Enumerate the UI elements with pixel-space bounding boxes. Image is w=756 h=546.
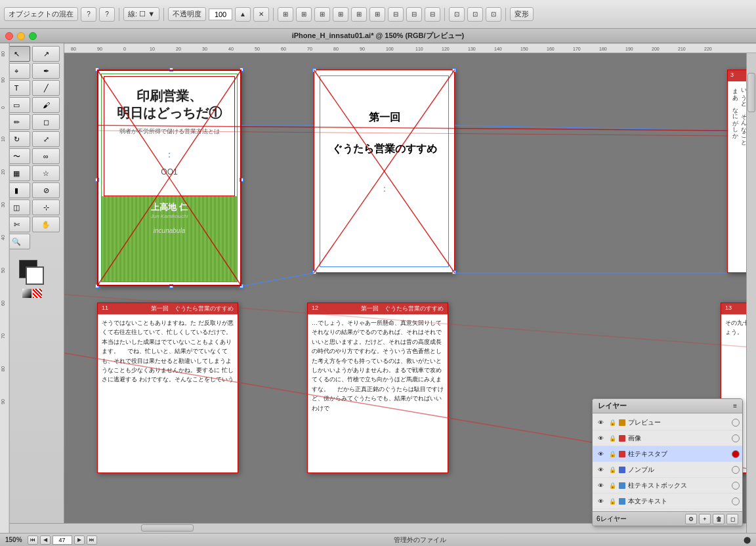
layer-lock-texttab[interactable]: 🔒 [607,449,618,459]
layer-options-btn[interactable]: ⚙ [685,514,697,524]
v-scroll-thumb[interactable] [747,73,755,112]
layer-row-texttab[interactable]: 👁 🔒 柱テキスタブ [593,446,742,462]
svg-text:50: 50 [1,268,5,273]
layer-lock-image[interactable]: 🔒 [607,433,618,444]
layer-eye-preview[interactable]: 👁 [595,417,606,428]
layer-eye-bodytext[interactable]: 👁 [595,496,606,507]
line-tool[interactable]: ╱ [32,80,60,96]
zoom-level: 150% [5,536,22,543]
stroke-selector[interactable]: 線: ☐ ▼ [123,7,159,21]
svg-line-47 [455,125,727,131]
page12-artboard: 12 第一回 ぐうたら営業のすすめ …でしょう。そりゃあ一所懸命、真意矢回りして… [307,303,448,473]
pen-tool[interactable]: ✒ [32,63,60,79]
svg-text:130: 130 [468,47,476,51]
layer-lock-preview[interactable]: 🔒 [607,417,618,428]
none-swatch[interactable] [33,289,42,298]
page2-artboard: 第一回 ぐうたら営業のすすめ ： [314,70,455,273]
blend-mode-selector[interactable]: オブジェクトの混在 [4,7,78,21]
layers-footer-actions: ⚙ + 🗑 ◻ [685,514,738,524]
svg-text:40: 40 [228,47,234,51]
align5-icon[interactable]: ⊞ [351,7,367,22]
opacity-input[interactable] [209,9,232,20]
help-icon[interactable]: ? [81,7,96,22]
cover-author: 上高地 仁 [102,201,237,213]
align2-icon[interactable]: ⊞ [296,7,312,22]
layer-lock-nonburu[interactable]: 🔒 [607,465,618,475]
eraser-tool[interactable]: ◻ [32,114,60,130]
minimize-button[interactable] [17,32,25,40]
file-status: 管理外のファイル [102,536,738,545]
pathfinder1-icon[interactable]: ⊡ [449,7,465,22]
layer-action2-btn[interactable]: ◻ [726,514,738,524]
layer-row-nonburu[interactable]: 👁 🔒 ノンブル [593,462,742,478]
next-page-btn[interactable]: ▶ [74,536,85,545]
layer-row-textbox[interactable]: 👁 🔒 柱テキストボックス [593,478,742,494]
h-scroll-thumb[interactable] [141,524,194,532]
transform-btn[interactable]: 変形 [510,7,534,21]
svg-text:180: 180 [599,47,607,51]
blend-tool[interactable]: ∞ [32,148,60,164]
opacity-up[interactable]: ▲ [235,7,251,22]
layer-name-textbox: 柱テキストボックス [628,481,730,490]
hand-tool[interactable]: ✋ [32,217,60,232]
layers-menu-icon[interactable]: ≡ [733,402,737,410]
sep5 [505,8,506,21]
pathfinder2-icon[interactable]: ⊡ [467,7,483,22]
distribute1-icon[interactable]: ⊟ [388,7,404,22]
layer-row-image[interactable]: 👁 🔒 画像 [593,430,742,446]
v-ruler: 80 90 0 10 20 30 40 50 60 70 80 90 [0,43,10,546]
layer-name-preview: プレビュー [628,418,730,427]
layer-eye-image[interactable]: 👁 [595,433,606,444]
help2-icon[interactable]: ? [99,7,115,22]
direct-select-tool[interactable]: ↗ [32,46,60,62]
pathfinder3-icon[interactable]: ⊡ [486,7,501,22]
svg-text:190: 190 [625,47,633,51]
v-scrollbar[interactable] [746,53,756,533]
status-bar: 150% ⏮ ◀ ▶ ⏭ 管理外のファイル ⬤ [0,533,756,546]
symbol-tool[interactable]: ☆ [32,165,60,181]
eyedropper-tool[interactable]: ⊘ [32,182,60,198]
layer-circle-bodytext [732,497,740,505]
page-input[interactable] [52,536,72,545]
align6-icon[interactable]: ⊞ [369,7,385,22]
distribute2-icon[interactable]: ⊟ [406,7,422,22]
opacity-confirm[interactable]: ✕ [253,7,269,22]
align3-icon[interactable]: ⊞ [314,7,330,22]
layer-row-preview[interactable]: 👁 🔒 プレビュー [593,415,742,430]
delete-layer-btn[interactable]: 🗑 [713,514,724,524]
opacity-label: 不透明度 [168,7,206,21]
first-page-btn[interactable]: ⏮ [28,536,38,545]
close-button[interactable] [5,32,13,40]
titlebar: iPhone_H_innsatu01.ai* @ 150% (RGB/プレビュー… [0,29,756,43]
mesh-tool[interactable]: ⊹ [32,200,60,215]
layer-eye-texttab[interactable]: 👁 [595,449,606,459]
prev-page-btn[interactable]: ◀ [40,536,51,545]
p11-body: そうではないこともありますね。た だ反取りが悪くて右往左往していて、忙しくしてい… [98,314,238,388]
layer-color-nonburu [619,467,625,473]
align4-icon[interactable]: ⊞ [333,7,348,22]
svg-text:0: 0 [123,47,126,51]
gradient-swatch[interactable] [22,289,32,298]
last-page-btn[interactable]: ⏭ [87,536,97,545]
layer-color-preview [619,419,625,426]
align1-icon[interactable]: ⊞ [278,7,293,22]
zoom-button[interactable] [29,32,37,40]
p3-header: 3 第一回 [728,70,746,81]
distribute3-icon[interactable]: ⊟ [425,7,440,22]
svg-text:120: 120 [442,47,450,51]
layer-lock-textbox[interactable]: 🔒 [607,480,618,491]
paintbrush-tool[interactable]: 🖌 [32,97,60,113]
layer-name-nonburu: ノンブル [628,465,730,474]
new-layer-btn[interactable]: + [699,514,711,524]
scale-tool[interactable]: ⤢ [32,131,60,147]
sep2 [163,8,164,21]
sep4 [444,8,445,21]
layer-eye-textbox[interactable]: 👁 [595,480,606,491]
layer-lock-bodytext[interactable]: 🔒 [607,496,618,507]
stroke-swatch[interactable] [26,266,44,285]
layer-color-textbox [619,482,625,489]
layer-eye-nonburu[interactable]: 👁 [595,465,606,475]
svg-text:80: 80 [71,47,76,51]
svg-text:220: 220 [704,47,712,51]
layer-row-bodytext[interactable]: 👁 🔒 本文テキスト [593,494,742,509]
